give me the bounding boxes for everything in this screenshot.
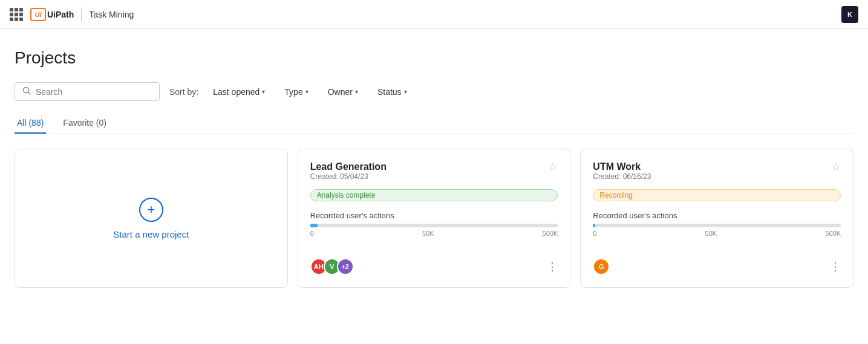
tabs-row: All (88) Favorite (0) — [15, 113, 853, 134]
search-icon — [22, 86, 31, 97]
search-input[interactable] — [36, 87, 152, 97]
avatar-g: G — [593, 258, 610, 275]
top-nav: Ui UiPath Task Mining K — [0, 0, 868, 29]
project-card-utm-work[interactable]: UTM Work Created: 06/16/23 ☆ Recording R… — [580, 149, 853, 288]
logo-bracket: Ui — [30, 8, 46, 21]
logo-container: Ui UiPath — [30, 8, 74, 21]
chevron-down-icon: ▾ — [355, 88, 358, 95]
new-project-label: Start a new project — [113, 229, 189, 239]
tab-all[interactable]: All (88) — [15, 113, 46, 134]
chevron-down-icon: ▾ — [305, 88, 308, 95]
progress-bar — [593, 224, 841, 227]
progress-bar-fill — [310, 224, 318, 227]
card-content: UTM Work Created: 06/16/23 ☆ Recording R… — [593, 161, 841, 275]
more-options-button[interactable]: ⋮ — [830, 261, 841, 272]
logo-text: UiPath — [47, 10, 74, 19]
uipath-logo[interactable]: Ui UiPath — [30, 8, 74, 21]
project-title: Lead Generation — [310, 161, 387, 172]
project-title: UTM Work — [593, 161, 651, 172]
card-footer: G ⋮ — [593, 258, 841, 275]
type-filter-button[interactable]: Type ▾ — [279, 85, 313, 99]
card-title-group: Lead Generation Created: 05/04/23 — [310, 161, 387, 187]
new-project-card[interactable]: + Start a new project — [15, 149, 288, 288]
progress-labels: 0 50K 500K — [310, 230, 558, 237]
status-badge: Recording — [593, 189, 841, 201]
cards-grid: + Start a new project Lead Generation Cr… — [15, 149, 853, 288]
owner-filter-button[interactable]: Owner ▾ — [323, 85, 363, 99]
project-card-lead-generation[interactable]: Lead Generation Created: 05/04/23 ☆ Anal… — [298, 149, 571, 288]
avatars-group: AH V +2 — [310, 258, 354, 275]
chevron-down-icon: ▾ — [404, 88, 407, 95]
status-badge: Analysis complete — [310, 189, 558, 201]
add-project-icon: + — [139, 198, 163, 222]
card-title-group: UTM Work Created: 06/16/23 — [593, 161, 651, 187]
avatar-more: +2 — [337, 258, 354, 275]
progress-max: 500K — [543, 230, 558, 237]
progress-min: 0 — [310, 230, 314, 237]
main-content: Projects Sort by: Last opened ▾ Type ▾ O… — [0, 29, 868, 288]
progress-max: 500K — [825, 230, 841, 237]
recorded-label: Recorded user's actions — [310, 211, 558, 220]
progress-min: 0 — [593, 230, 596, 237]
filter-row: Sort by: Last opened ▾ Type ▾ Owner ▾ St… — [15, 82, 853, 101]
tab-favorite[interactable]: Favorite (0) — [60, 113, 109, 134]
search-box[interactable] — [15, 82, 160, 101]
progress-mid: 50K — [705, 230, 717, 237]
status-filter-button[interactable]: Status ▾ — [373, 85, 412, 99]
card-header: Lead Generation Created: 05/04/23 ☆ — [310, 161, 558, 187]
app-name: Task Mining — [89, 10, 134, 19]
chevron-down-icon: ▾ — [262, 88, 265, 95]
progress-bar — [310, 224, 558, 227]
recorded-label: Recorded user's actions — [593, 211, 841, 220]
svg-line-1 — [28, 92, 31, 95]
more-options-button[interactable]: ⋮ — [547, 261, 558, 272]
favorite-star-button[interactable]: ☆ — [548, 161, 558, 172]
grid-menu-icon[interactable] — [10, 8, 23, 21]
progress-bar-fill — [593, 224, 595, 227]
project-date: Created: 05/04/23 — [310, 172, 387, 181]
card-content: Lead Generation Created: 05/04/23 ☆ Anal… — [310, 161, 558, 275]
page-title: Projects — [15, 48, 853, 68]
avatars-group: G — [593, 258, 610, 275]
sort-last-opened-button[interactable]: Last opened ▾ — [208, 85, 270, 99]
progress-labels: 0 50K 500K — [593, 230, 841, 237]
card-header: UTM Work Created: 06/16/23 ☆ — [593, 161, 841, 187]
nav-divider — [81, 7, 82, 22]
favorite-star-button[interactable]: ☆ — [831, 161, 841, 172]
progress-mid: 50K — [422, 230, 434, 237]
card-footer: AH V +2 ⋮ — [310, 258, 558, 275]
user-avatar[interactable]: K — [841, 6, 858, 23]
sort-label: Sort by: — [169, 87, 198, 97]
project-date: Created: 06/16/23 — [593, 172, 651, 181]
